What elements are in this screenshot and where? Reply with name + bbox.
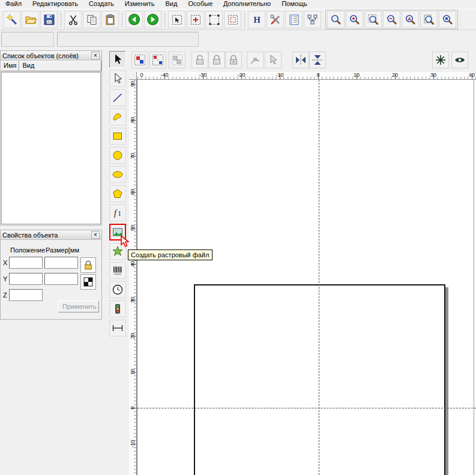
group-button[interactable] xyxy=(131,52,148,68)
menu-item[interactable]: Особые xyxy=(182,0,218,9)
cut-button[interactable] xyxy=(64,11,82,28)
rectangle-tool[interactable] xyxy=(109,128,126,145)
y-size-field[interactable] xyxy=(44,273,78,285)
anchor-grid-button[interactable] xyxy=(80,274,96,290)
save-file-button[interactable] xyxy=(40,11,58,28)
combine-button[interactable] xyxy=(169,52,185,68)
undo-button[interactable] xyxy=(125,11,143,28)
close-icon[interactable]: × xyxy=(91,231,100,239)
apply-button[interactable]: Применить xyxy=(58,300,99,312)
horizontal-ruler[interactable]: 0-40-30-20-10010203040 xyxy=(137,72,476,80)
clock-tool[interactable] xyxy=(109,281,126,298)
polygon-tool[interactable] xyxy=(109,185,126,202)
open-file-button[interactable] xyxy=(22,11,39,28)
menu-item[interactable]: Файл xyxy=(0,0,27,9)
select-region-button[interactable] xyxy=(224,11,241,28)
back-arrow-icon xyxy=(128,13,140,26)
grid-icon xyxy=(82,276,94,288)
mirror-horizontal-button[interactable] xyxy=(292,52,309,68)
ruler-label: 40 xyxy=(129,259,137,269)
toolbar-separator xyxy=(122,12,122,28)
svg-text:A: A xyxy=(408,17,411,21)
drawing-canvas[interactable] xyxy=(137,80,476,475)
node-select-button[interactable] xyxy=(265,52,282,68)
ruler-label: 0 xyxy=(137,72,146,78)
x-size-field[interactable] xyxy=(44,257,78,269)
menu-item[interactable]: Редактировать xyxy=(27,0,83,9)
dimension-icon xyxy=(112,322,124,334)
select-add-marquee-button[interactable] xyxy=(187,11,204,28)
x-position-field[interactable] xyxy=(9,257,43,269)
lock-proportions-button[interactable] xyxy=(80,257,96,273)
spec-list-icon xyxy=(288,14,300,26)
redraw-button[interactable] xyxy=(432,52,449,68)
zoom-window-button[interactable] xyxy=(364,11,382,28)
redraw-burst-icon xyxy=(435,54,447,66)
magnifier-page-icon xyxy=(423,14,435,26)
curve-tool[interactable] xyxy=(109,109,126,125)
main-toolbar: H A xyxy=(0,9,476,30)
ellipse-tool[interactable] xyxy=(109,147,126,164)
column-header[interactable]: Имя xyxy=(1,61,19,71)
marquee-region-icon xyxy=(227,14,239,26)
svg-text:H: H xyxy=(253,15,261,25)
path-corner-icon xyxy=(249,54,261,66)
menu-item[interactable]: Помощь xyxy=(276,0,313,9)
menu-item[interactable]: Дополнительно xyxy=(218,0,276,9)
properties-panel-title: Свойства объекта xyxy=(2,232,91,239)
zoom-selected-button[interactable] xyxy=(439,11,456,28)
vertical-ruler[interactable]: 9080706050403020100-10 xyxy=(129,80,137,475)
select-tool[interactable] xyxy=(109,51,126,68)
drawn-rectangle[interactable] xyxy=(194,284,445,475)
ruler-label: 60 xyxy=(129,187,137,197)
node-layout-button[interactable] xyxy=(304,11,321,28)
y-label: Y xyxy=(3,275,9,282)
zoom-button[interactable] xyxy=(327,11,345,28)
redo-button[interactable] xyxy=(144,11,161,28)
menu-item[interactable]: Создать xyxy=(83,0,119,9)
specification-button[interactable] xyxy=(285,11,303,28)
ungroup-button[interactable] xyxy=(149,52,166,68)
select-handles-button[interactable] xyxy=(205,11,223,28)
preview-button[interactable] xyxy=(451,52,468,68)
y-position-field[interactable] xyxy=(9,273,43,285)
copy-button[interactable] xyxy=(83,11,100,28)
mirror-vertical-button[interactable] xyxy=(309,52,326,68)
menu-item[interactable]: Вид xyxy=(160,0,182,9)
ungroup-icon xyxy=(152,54,164,66)
zoom-in-button[interactable] xyxy=(346,11,363,28)
zoom-all-button[interactable]: A xyxy=(402,11,419,28)
text-tool[interactable]: fI xyxy=(109,205,126,221)
select-marquee-button[interactable] xyxy=(168,11,185,28)
paste-button[interactable] xyxy=(101,11,119,28)
lock-all-button[interactable] xyxy=(225,52,242,68)
object-list-area[interactable] xyxy=(1,72,101,224)
dimension-tool[interactable] xyxy=(109,320,126,336)
page-right-edge xyxy=(474,80,474,475)
tool-palette: fI xyxy=(109,51,127,339)
lock-open-button[interactable] xyxy=(191,52,208,68)
z-position-field[interactable] xyxy=(9,289,43,301)
column-header[interactable]: Вид xyxy=(19,61,101,71)
oval-tool[interactable] xyxy=(109,166,126,183)
close-icon[interactable]: × xyxy=(91,52,100,59)
traffic-light-tool[interactable] xyxy=(109,300,126,317)
node-edit-tool[interactable] xyxy=(109,70,126,87)
weld-button[interactable]: H xyxy=(248,11,265,28)
zoom-out-button[interactable] xyxy=(383,11,400,28)
line-tool[interactable] xyxy=(109,89,126,106)
toolbar-separator xyxy=(164,12,165,28)
z-label: Z xyxy=(3,291,9,299)
ruler-label: 30 xyxy=(129,295,137,305)
new-file-button[interactable] xyxy=(3,11,20,28)
menu-item[interactable]: Изменить xyxy=(119,0,160,9)
ruler-label: 70 xyxy=(129,151,137,161)
tools-button[interactable] xyxy=(267,11,284,28)
marquee-icon xyxy=(171,14,183,26)
barcode-tool[interactable] xyxy=(109,262,126,279)
ruler-label: 30 xyxy=(429,72,438,78)
path-corner-button[interactable] xyxy=(247,52,264,68)
lock-closed-button[interactable] xyxy=(208,52,225,68)
zoom-page-button[interactable] xyxy=(420,11,438,28)
clock-icon xyxy=(112,284,124,296)
